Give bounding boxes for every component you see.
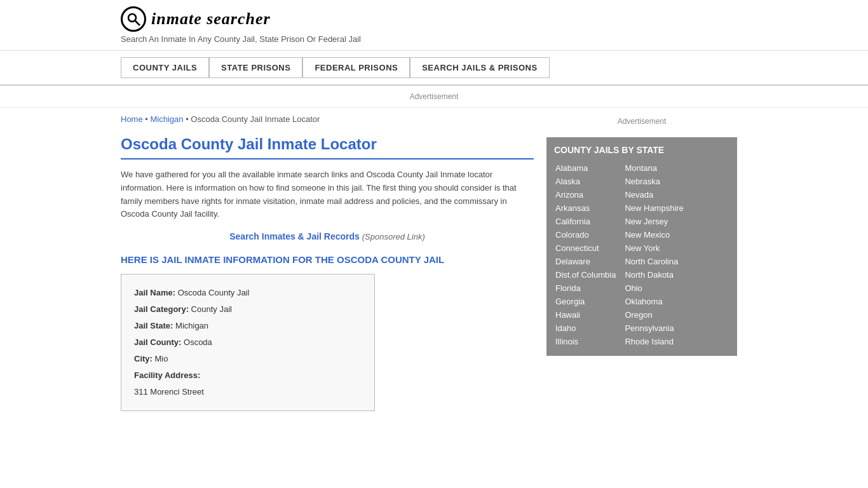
state-link-hawaii[interactable]: Hawaii [554, 308, 617, 322]
nav-list: COUNTY JAILS STATE PRISONS FEDERAL PRISO… [121, 57, 747, 78]
state-link-alabama[interactable]: Alabama [554, 161, 617, 175]
jail-category-label: Jail Category: [134, 304, 189, 314]
state-link-connecticut[interactable]: Connecticut [554, 241, 617, 255]
facility-address-label: Facility Address: [134, 367, 362, 384]
header: inmate searcher Search An Inmate In Any … [0, 0, 868, 51]
state-col-left: AlabamaAlaskaArizonaArkansasCaliforniaCo… [554, 161, 617, 348]
logo-icon [121, 6, 146, 32]
logo-area: inmate searcher [121, 6, 747, 32]
state-link-montana[interactable]: Montana [623, 161, 684, 175]
state-link-ohio[interactable]: Ohio [623, 281, 684, 295]
city-row: City: Mio [134, 351, 362, 367]
jail-name-row: Jail Name: Oscoda County Jail [134, 285, 362, 301]
page-title: Oscoda County Jail Inmate Locator [121, 135, 534, 159]
facility-address-value: 311 Morenci Street [134, 384, 362, 400]
state-link-arizona[interactable]: Arizona [554, 188, 617, 201]
nav-item-search[interactable]: SEARCH JAILS & PRISONS [410, 57, 549, 78]
svg-line-1 [135, 21, 140, 25]
state-link-pennsylvania[interactable]: Pennsylvania [623, 322, 684, 335]
jail-name-value: Oscoda County Jail [178, 288, 250, 297]
nav-item-state-prisons[interactable]: STATE PRISONS [209, 57, 302, 78]
jail-county-label: Jail County: [134, 337, 181, 347]
breadcrumb-home[interactable]: Home [121, 114, 143, 124]
state-link-arkansas[interactable]: Arkansas [554, 201, 617, 215]
state-link-north-dakota[interactable]: North Dakota [623, 268, 684, 281]
sponsored-link-text[interactable]: Search Inmates & Jail Records [229, 231, 360, 241]
state-box-title: COUNTY JAILS BY STATE [554, 145, 729, 155]
svg-point-0 [128, 14, 136, 22]
nav-item-county-jails[interactable]: COUNTY JAILS [121, 57, 209, 78]
nav-link-state-prisons[interactable]: STATE PRISONS [209, 57, 302, 78]
nav-link-county-jails[interactable]: COUNTY JAILS [121, 57, 209, 78]
main-layout: Home • Michigan • Oscoda County Jail Inm… [0, 114, 868, 411]
nav-link-search[interactable]: SEARCH JAILS & PRISONS [410, 57, 549, 78]
state-link-new-hampshire[interactable]: New Hampshire [623, 201, 684, 215]
jail-category-value: County Jail [191, 304, 232, 314]
state-link-oregon[interactable]: Oregon [623, 308, 684, 322]
jail-info-heading: HERE IS JAIL INMATE INFORMATION FOR THE … [121, 254, 534, 265]
state-link-rhode-island[interactable]: Rhode Island [623, 335, 684, 348]
state-link-nebraska[interactable]: Nebraska [623, 175, 684, 188]
jail-info-box: Jail Name: Oscoda County Jail Jail Categ… [121, 274, 375, 411]
state-link-oklahoma[interactable]: Oklahoma [623, 295, 684, 308]
state-link-idaho[interactable]: Idaho [554, 322, 617, 335]
state-link-new-jersey[interactable]: New Jersey [623, 215, 684, 228]
jail-county-value: Oscoda [184, 337, 212, 347]
state-link-dist.of-columbia[interactable]: Dist.of Columbia [554, 268, 617, 281]
state-box: COUNTY JAILS BY STATE AlabamaAlaskaArizo… [546, 137, 737, 356]
city-label: City: [134, 354, 153, 363]
state-link-new-mexico[interactable]: New Mexico [623, 228, 684, 241]
content: Home • Michigan • Oscoda County Jail Inm… [121, 114, 534, 411]
description: We have gathered for you all the availab… [121, 168, 534, 221]
jail-state-row: Jail State: Michigan [134, 318, 362, 334]
state-columns: AlabamaAlaskaArizonaArkansasCaliforniaCo… [554, 161, 729, 348]
sidebar-ad: Advertisement [546, 114, 737, 128]
city-value: Mio [155, 354, 168, 363]
state-col-right: MontanaNebraskaNevadaNew HampshireNew Je… [623, 161, 684, 348]
state-link-california[interactable]: California [554, 215, 617, 228]
jail-category-row: Jail Category: County Jail [134, 301, 362, 318]
jail-state-value: Michigan [175, 321, 208, 330]
nav: COUNTY JAILS STATE PRISONS FEDERAL PRISO… [0, 51, 868, 86]
jail-state-label: Jail State: [134, 321, 173, 330]
sponsored-link: Search Inmates & Jail Records (Sponsored… [121, 231, 534, 241]
state-link-alaska[interactable]: Alaska [554, 175, 617, 188]
state-link-georgia[interactable]: Georgia [554, 295, 617, 308]
nav-item-federal-prisons[interactable]: FEDERAL PRISONS [302, 57, 410, 78]
nav-link-federal-prisons[interactable]: FEDERAL PRISONS [302, 57, 410, 78]
state-link-illinois[interactable]: Illinois [554, 335, 617, 348]
ad-banner: Advertisement [0, 86, 868, 108]
state-link-colorado[interactable]: Colorado [554, 228, 617, 241]
state-link-florida[interactable]: Florida [554, 281, 617, 295]
breadcrumb-state[interactable]: Michigan [150, 114, 183, 124]
jail-name-label: Jail Name: [134, 288, 175, 297]
logo-text: inmate searcher [151, 10, 271, 29]
facility-address-row: Facility Address: 311 Morenci Street [134, 367, 362, 400]
tagline: Search An Inmate In Any County Jail, Sta… [121, 34, 747, 44]
state-link-new-york[interactable]: New York [623, 241, 684, 255]
state-link-north-carolina[interactable]: North Carolina [623, 255, 684, 268]
breadcrumb: Home • Michigan • Oscoda County Jail Inm… [121, 114, 534, 124]
breadcrumb-current: Oscoda County Jail Inmate Locator [191, 114, 320, 124]
sponsored-note: (Sponsored Link) [362, 232, 425, 241]
sidebar: Advertisement COUNTY JAILS BY STATE Alab… [546, 114, 737, 411]
state-link-nevada[interactable]: Nevada [623, 188, 684, 201]
jail-county-row: Jail County: Oscoda [134, 334, 362, 351]
state-link-delaware[interactable]: Delaware [554, 255, 617, 268]
